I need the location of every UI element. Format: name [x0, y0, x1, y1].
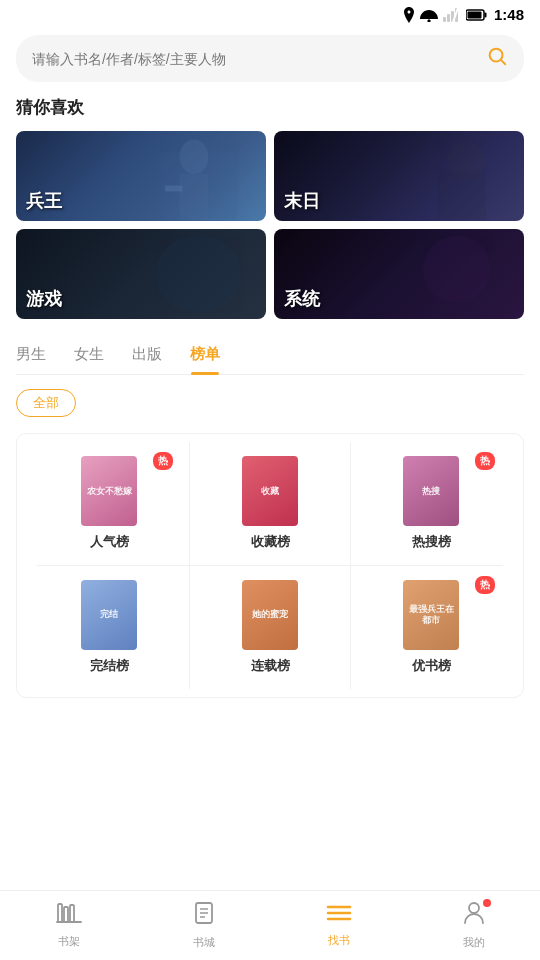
cover-text-complete: 完结	[98, 607, 120, 622]
svg-rect-1	[447, 14, 450, 22]
ranking-item-collection[interactable]: 收藏 收藏榜	[190, 442, 350, 565]
svg-rect-20	[70, 905, 74, 922]
book-cover-complete: 完结	[81, 580, 137, 650]
book-cover-collection: 收藏	[242, 456, 298, 526]
cover-text-goodbook: 最强兵王在都市	[403, 602, 459, 628]
tab-male[interactable]: 男生	[16, 337, 46, 374]
tab-female[interactable]: 女生	[74, 337, 104, 374]
nav-findbook[interactable]: 找书	[310, 895, 368, 956]
bottom-nav: 书架 书城 找书	[0, 890, 540, 960]
ranking-row-1: 热 农女不愁嫁 人气榜 收藏 收藏榜	[29, 442, 511, 565]
svg-rect-6	[484, 12, 486, 17]
filter-tags: 全部	[16, 389, 524, 417]
signal-icon	[443, 8, 461, 22]
rank-label-goodbook: 优书榜	[412, 658, 451, 675]
genre-label-youxi: 游戏	[26, 287, 62, 311]
tab-publish[interactable]: 出版	[132, 337, 162, 374]
ranking-item-ongoing[interactable]: 她的蜜宠 连载榜	[190, 566, 350, 689]
battery-icon	[466, 9, 488, 21]
ranking-item-popularity[interactable]: 热 农女不愁嫁 人气榜	[29, 442, 189, 565]
notification-dot	[483, 899, 491, 907]
svg-rect-7	[467, 11, 481, 18]
ranking-item-goodbook[interactable]: 热 最强兵王在都市 优书榜	[351, 566, 511, 689]
hot-badge-goodbook: 热	[475, 576, 495, 594]
wifi-icon	[420, 8, 438, 22]
rank-label-popularity: 人气榜	[90, 534, 129, 551]
genre-card-bingwang[interactable]: 兵王	[16, 131, 266, 221]
cover-text-hotsearch: 热搜	[420, 484, 442, 499]
location-icon	[403, 7, 415, 23]
nav-label-bookshelf: 书架	[58, 934, 80, 949]
book-cover-ongoing: 她的蜜宠	[242, 580, 298, 650]
rank-label-hotsearch: 热搜榜	[412, 534, 451, 551]
hot-badge-popularity: 热	[153, 452, 173, 470]
genre-card-mori[interactable]: 末日	[274, 131, 524, 221]
book-cover-hotsearch: 热搜	[403, 456, 459, 526]
rank-label-ongoing: 连载榜	[251, 658, 290, 675]
cover-text-collection: 收藏	[259, 484, 281, 499]
svg-point-16	[155, 236, 242, 313]
ranking-item-hotsearch[interactable]: 热 热搜 热搜榜	[351, 442, 511, 565]
genre-card-xitong[interactable]: 系统	[274, 229, 524, 319]
genre-label-bingwang: 兵王	[26, 189, 62, 213]
svg-point-11	[179, 139, 208, 174]
genre-grid: 兵王 末日 游戏	[16, 131, 524, 319]
svg-point-29	[469, 903, 479, 913]
nav-label-mine: 我的	[463, 935, 485, 950]
search-bar[interactable]	[16, 35, 524, 82]
bookshelf-icon	[56, 902, 82, 930]
nav-bookcity[interactable]: 书城	[177, 893, 231, 958]
ranking-item-complete[interactable]: 完结 完结榜	[29, 566, 189, 689]
nav-label-findbook: 找书	[328, 933, 350, 948]
genre-label-xitong: 系统	[284, 287, 320, 311]
book-cover-goodbook: 最强兵王在都市	[403, 580, 459, 650]
hot-badge-hotsearch: 热	[475, 452, 495, 470]
svg-rect-19	[64, 907, 68, 922]
cover-text-popularity: 农女不愁嫁	[85, 484, 134, 499]
svg-rect-15	[437, 171, 485, 219]
findbook-icon	[326, 903, 352, 929]
rank-label-complete: 完结榜	[90, 658, 129, 675]
tabs: 男生 女生 出版 榜单	[16, 337, 524, 375]
nav-label-bookcity: 书城	[193, 935, 215, 950]
filter-all[interactable]: 全部	[16, 389, 76, 417]
search-icon[interactable]	[486, 45, 508, 72]
status-bar: 1:48	[0, 0, 540, 27]
genre-card-youxi[interactable]: 游戏	[16, 229, 266, 319]
svg-rect-0	[443, 17, 446, 22]
section-title: 猜你喜欢	[16, 96, 524, 119]
tab-ranking[interactable]: 榜单	[190, 337, 220, 374]
search-input[interactable]	[32, 51, 478, 67]
cover-text-ongoing: 她的蜜宠	[250, 607, 290, 622]
ranking-container: 热 农女不愁嫁 人气榜 收藏 收藏榜	[16, 433, 524, 698]
book-cover-popularity: 农女不愁嫁	[81, 456, 137, 526]
svg-rect-13	[165, 186, 182, 192]
status-time: 1:48	[494, 6, 524, 23]
rank-label-collection: 收藏榜	[251, 534, 290, 551]
ranking-row-2: 完结 完结榜 她的蜜宠 连载榜 热	[29, 566, 511, 689]
nav-bookshelf[interactable]: 书架	[40, 894, 98, 957]
genre-label-mori: 末日	[284, 189, 320, 213]
svg-point-17	[423, 236, 490, 303]
svg-line-9	[501, 60, 505, 64]
bookcity-icon	[193, 901, 215, 931]
svg-rect-18	[58, 904, 62, 922]
mine-icon	[463, 901, 485, 931]
svg-rect-12	[179, 174, 208, 219]
nav-mine[interactable]: 我的	[447, 893, 501, 958]
status-icons	[403, 7, 488, 23]
